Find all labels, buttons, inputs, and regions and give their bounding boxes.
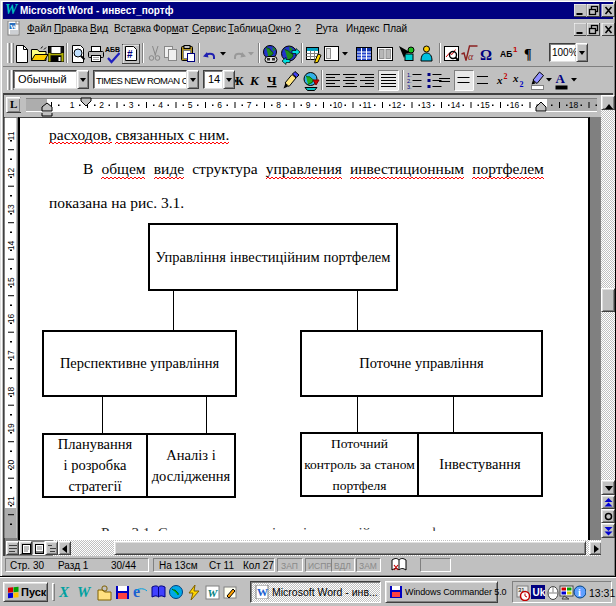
svg-text:W: W xyxy=(208,587,219,599)
svg-text:10: 10 xyxy=(333,100,343,110)
svg-text:7: 7 xyxy=(247,100,252,110)
svg-text:W: W xyxy=(77,584,92,600)
svg-text:8: 8 xyxy=(276,100,281,110)
svg-text:14: 14 xyxy=(6,241,16,251)
svg-text:¶: ¶ xyxy=(524,47,532,62)
svg-text:14: 14 xyxy=(451,100,461,110)
svg-text:21: 21 xyxy=(6,496,16,506)
svg-text:20: 20 xyxy=(6,460,16,470)
svg-text:α: α xyxy=(468,51,474,62)
svg-text:13: 13 xyxy=(6,204,16,214)
svg-text:#: # xyxy=(127,49,133,60)
svg-text:15: 15 xyxy=(480,100,490,110)
svg-text:11: 11 xyxy=(363,100,372,110)
svg-text:e: e xyxy=(133,583,140,600)
svg-text:4: 4 xyxy=(158,100,163,110)
svg-text:16: 16 xyxy=(6,314,16,324)
svg-text:2: 2 xyxy=(99,100,104,110)
svg-text:11: 11 xyxy=(6,131,16,140)
svg-text:2: 2 xyxy=(504,72,508,81)
svg-text:18: 18 xyxy=(569,100,579,110)
svg-text:К: К xyxy=(249,73,260,88)
svg-text:19: 19 xyxy=(6,423,16,433)
svg-text:A: A xyxy=(556,71,566,86)
svg-text:W: W xyxy=(10,23,17,31)
svg-text:13: 13 xyxy=(421,100,431,110)
svg-text:1: 1 xyxy=(513,45,518,54)
svg-text:X: X xyxy=(58,584,70,600)
svg-text:15: 15 xyxy=(6,277,16,287)
svg-text:3: 3 xyxy=(129,100,134,110)
svg-text:i: i xyxy=(578,587,581,598)
svg-text:W: W xyxy=(257,586,268,598)
svg-text:1: 1 xyxy=(70,100,75,110)
svg-text:9: 9 xyxy=(306,100,311,110)
svg-text:x: x xyxy=(512,72,519,84)
svg-text:2: 2 xyxy=(520,80,524,89)
svg-text:17: 17 xyxy=(6,350,16,360)
svg-text:x: x xyxy=(496,74,503,86)
svg-text:Ω: Ω xyxy=(480,47,492,63)
svg-text:12: 12 xyxy=(392,100,402,110)
svg-text:АБ: АБ xyxy=(500,49,512,59)
svg-text:3.: 3. xyxy=(407,84,412,90)
svg-text:6: 6 xyxy=(217,100,222,110)
svg-text:18: 18 xyxy=(6,387,16,397)
svg-text:Ч: Ч xyxy=(267,73,277,88)
svg-text:Uk: Uk xyxy=(533,587,546,598)
svg-text:АБВ: АБВ xyxy=(105,46,120,53)
svg-text:5: 5 xyxy=(188,100,193,110)
svg-text:12: 12 xyxy=(6,168,16,178)
svg-text:16: 16 xyxy=(510,100,520,110)
